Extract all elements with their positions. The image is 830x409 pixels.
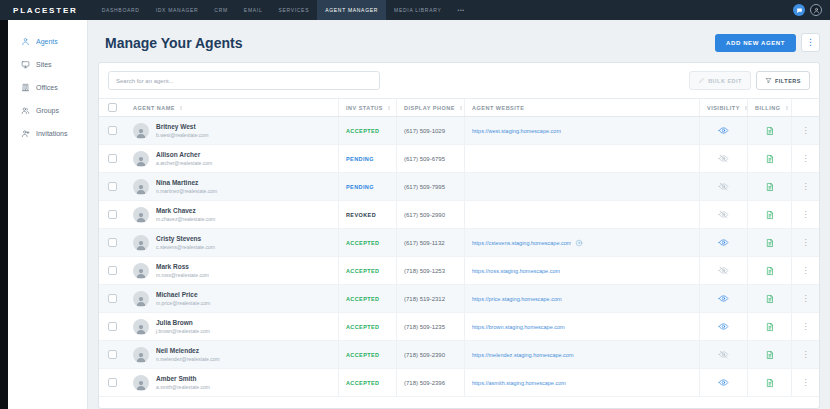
- topnav-item-label: IDX MANAGER: [156, 7, 199, 13]
- row-checkbox[interactable]: [108, 378, 117, 387]
- row-checkbox[interactable]: [108, 238, 117, 247]
- row-checkbox[interactable]: [108, 182, 117, 191]
- sort-icon[interactable]: [178, 105, 184, 111]
- eye-icon[interactable]: [718, 377, 729, 388]
- eye-icon[interactable]: [718, 237, 729, 248]
- column-header-display-phone[interactable]: DISPLAY PHONE: [396, 99, 464, 116]
- agent-name: Michael Price: [156, 291, 210, 298]
- agent-name: Julia Brown: [156, 319, 210, 326]
- row-menu-button[interactable]: ⋮: [802, 323, 810, 331]
- eye-off-icon[interactable]: [718, 265, 729, 276]
- user-avatar[interactable]: [810, 4, 822, 16]
- chat-icon[interactable]: [793, 4, 805, 16]
- people-icon: [21, 106, 30, 115]
- row-checkbox[interactable]: [108, 322, 117, 331]
- topnav-item-email[interactable]: EMAIL: [236, 0, 271, 20]
- table-header: AGENT NAME INV STATUS DISPLAY PHONE AGEN…: [99, 98, 819, 117]
- agent-website-link[interactable]: https://ross.staging.homescape.com: [472, 268, 560, 274]
- topnav-item-idx-manager[interactable]: IDX MANAGER: [148, 0, 207, 20]
- row-checkbox[interactable]: [108, 266, 117, 275]
- billing-icon[interactable]: [765, 322, 775, 332]
- topnav-item-services[interactable]: SERVICES: [270, 0, 317, 20]
- filters-button[interactable]: FILTERS: [756, 71, 810, 90]
- agent-website-link[interactable]: https://west.staging.homescape.com: [472, 128, 561, 134]
- sidebar-item-agents[interactable]: Agents: [8, 30, 87, 53]
- eye-off-icon[interactable]: [718, 209, 729, 220]
- billing-icon[interactable]: [765, 378, 775, 388]
- table-row: Neil Melendez n.melendez@realestate.com …: [99, 341, 819, 369]
- header-actions: ADD NEW AGENT ⋮: [715, 33, 820, 52]
- row-menu-button[interactable]: ⋮: [802, 183, 810, 191]
- row-checkbox[interactable]: [108, 210, 117, 219]
- row-menu-button[interactable]: ⋮: [802, 379, 810, 387]
- column-header-agent-name[interactable]: AGENT NAME: [126, 99, 338, 116]
- billing-icon[interactable]: [765, 294, 775, 304]
- agent-website-link[interactable]: https://melendez.staging.homescape.com: [472, 352, 574, 358]
- agent-website-link[interactable]: https://brown.staging.homescape.com: [472, 324, 565, 330]
- row-checkbox[interactable]: [108, 294, 117, 303]
- display-phone: (718) 509-2396: [404, 380, 445, 386]
- billing-icon[interactable]: [765, 126, 775, 136]
- display-phone: (617) 509-2990: [404, 212, 445, 218]
- sidebar-item-invitations[interactable]: Invitations: [8, 122, 87, 145]
- pencil-icon: [698, 77, 705, 84]
- billing-icon[interactable]: [765, 266, 775, 276]
- header-kebab-button[interactable]: ⋮: [801, 33, 820, 52]
- eye-icon[interactable]: [718, 293, 729, 304]
- billing-icon[interactable]: [765, 210, 775, 220]
- row-menu-button[interactable]: ⋮: [802, 267, 810, 275]
- column-header-inv-status[interactable]: INV STATUS: [338, 99, 396, 116]
- agent-website-link[interactable]: https://asmith.staging.homescape.com: [472, 380, 566, 386]
- topnav-item-more[interactable]: •••: [449, 0, 472, 20]
- avatar: [133, 207, 149, 223]
- sidebar-item-offices[interactable]: Offices: [8, 76, 87, 99]
- external-link-icon[interactable]: [575, 239, 583, 247]
- person-silhouette-icon: [135, 379, 147, 391]
- column-header-billing[interactable]: BILLING: [747, 99, 791, 116]
- agent-name: Allison Archer: [156, 151, 212, 158]
- eye-icon[interactable]: [718, 125, 729, 136]
- row-menu-button[interactable]: ⋮: [802, 239, 810, 247]
- person-icon: [813, 7, 820, 14]
- sort-icon[interactable]: [784, 105, 790, 111]
- billing-icon[interactable]: [765, 350, 775, 360]
- row-checkbox[interactable]: [108, 126, 117, 135]
- display-phone: (617) 509-6795: [404, 156, 445, 162]
- billing-icon[interactable]: [765, 154, 775, 164]
- status-badge: PENDING: [346, 156, 374, 162]
- add-new-agent-button[interactable]: ADD NEW AGENT: [715, 34, 796, 52]
- billing-icon[interactable]: [765, 182, 775, 192]
- eye-icon[interactable]: [718, 321, 729, 332]
- display-phone: (617) 509-1132: [404, 240, 445, 246]
- agent-website-link[interactable]: https://price.staging.homescape.com: [472, 296, 562, 302]
- building-icon: [21, 83, 30, 92]
- row-menu-button[interactable]: ⋮: [802, 127, 810, 135]
- row-menu-button[interactable]: ⋮: [802, 155, 810, 163]
- sort-icon[interactable]: [386, 105, 392, 111]
- topnav-item-crm[interactable]: CRM: [206, 0, 236, 20]
- topnav-item-media-library[interactable]: MEDIA LIBRARY: [386, 0, 449, 20]
- select-all-checkbox[interactable]: [108, 103, 117, 112]
- row-checkbox[interactable]: [108, 350, 117, 359]
- row-checkbox[interactable]: [108, 154, 117, 163]
- billing-icon[interactable]: [765, 238, 775, 248]
- sidebar-item-groups[interactable]: Groups: [8, 99, 87, 122]
- agent-website-link[interactable]: https://cstevens.staging.homescape.com: [472, 240, 571, 246]
- search-input[interactable]: [108, 71, 380, 90]
- bulk-edit-button[interactable]: BULK EDIT: [689, 71, 751, 90]
- topnav-item-label: MEDIA LIBRARY: [394, 7, 441, 13]
- row-menu-button[interactable]: ⋮: [802, 211, 810, 219]
- row-menu-button[interactable]: ⋮: [802, 295, 810, 303]
- agent-email: n.melendez@realestate.com: [156, 356, 220, 362]
- eye-off-icon[interactable]: [718, 349, 729, 360]
- sort-icon[interactable]: [458, 105, 464, 111]
- bulk-edit-label: BULK EDIT: [708, 78, 742, 84]
- eye-off-icon[interactable]: [718, 153, 729, 164]
- topnav-item-agent-manager[interactable]: AGENT MANAGER: [317, 0, 386, 20]
- placester-logo[interactable]: PLACESTER: [13, 6, 78, 15]
- column-header-visibility[interactable]: VISIBILITY: [699, 99, 747, 116]
- topnav-item-dashboard[interactable]: DASHBOARD: [94, 0, 148, 20]
- sidebar-item-sites[interactable]: Sites: [8, 53, 87, 76]
- eye-off-icon[interactable]: [718, 181, 729, 192]
- row-menu-button[interactable]: ⋮: [802, 351, 810, 359]
